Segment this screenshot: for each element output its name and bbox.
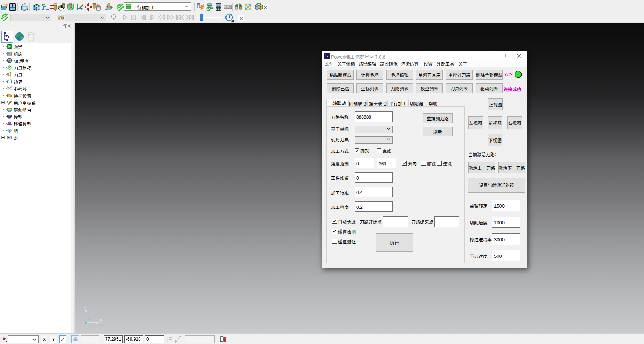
svg-text:Z: Z [88, 316, 90, 322]
svg-text:z: z [167, 340, 168, 342]
svg-text:X: X [100, 318, 103, 323]
svg-text:Y: Y [83, 306, 86, 311]
